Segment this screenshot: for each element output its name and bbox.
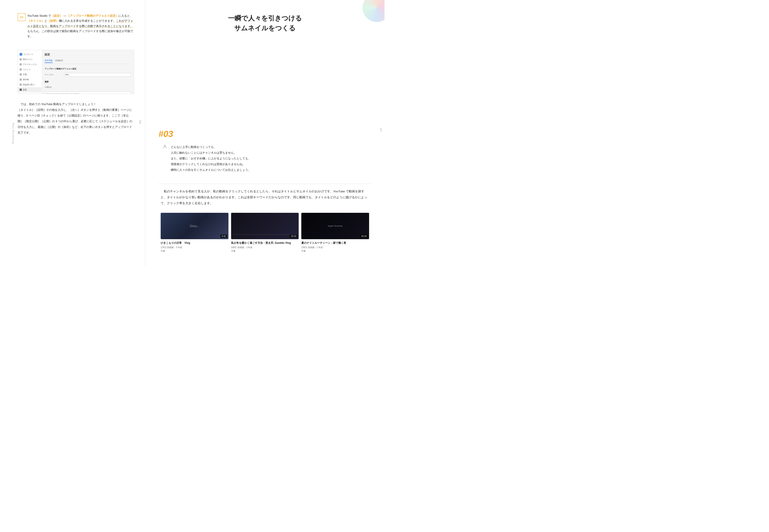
svg-point-0 (164, 145, 166, 147)
ss-playlist-label: 再生リスト (23, 58, 33, 61)
person-icon (163, 145, 167, 173)
ss-sidebar-comment: コメント (18, 67, 42, 72)
ss-analytics-icon (20, 63, 22, 66)
ss-tabs: 基本情報 詳細設定 (45, 59, 131, 64)
ss-sidebar-copyright: 著作権 (18, 77, 42, 82)
video-duration-1: 6:42 (221, 235, 227, 238)
right-page: 247 一瞬で人々を引きつける サムネイルをつくる #03 どんなに上手に動画を… (145, 0, 384, 266)
video-card-2: 10:10 私が冬を暖かく過ごす方法・焚き芥, Sueddu Vlog 108万… (231, 213, 299, 253)
video-card-3: Night Routine 10:16 夏のナイトルーティーン：家で働く夜 23… (301, 213, 369, 253)
video-title-1: ひきこもりの日常 Vlog (161, 241, 229, 245)
ss-sidebar-settings[interactable]: 設定 (18, 87, 42, 92)
ss-fields-title: 概要 (45, 80, 131, 83)
step-box: 04 YouTube Studio で［設定］ — ［アップロード動画のデフォル… (18, 13, 134, 41)
video-duration-2: 10:10 (290, 235, 297, 238)
video-title-3: 夏のナイトルーティーン：家で働く夜 (301, 241, 369, 245)
video-caption-2: 字幕 (231, 250, 236, 252)
video-meta-1: 178万 回視聴・3 年前 字幕 (161, 246, 229, 253)
ss-tab-advanced[interactable]: 詳細設定 (55, 59, 63, 63)
chapter-number: #03 (158, 129, 173, 139)
ss-sidebar-caption: 字幕 (18, 72, 42, 77)
ss-revenue-icon (20, 84, 22, 86)
ss-channel-row: チャンネル EMU (45, 73, 131, 77)
ss-contents-icon (20, 53, 22, 56)
ss-channel-label: チャンネル (45, 73, 62, 76)
video-views-3: 238万 回視聴・1 年前 (301, 246, 323, 249)
ss-feedback-label: フィードバックを送信 (23, 93, 40, 94)
ss-settings-label: 設定 (23, 88, 27, 91)
ss-sidebar-feedback: フィードバックを送信 (18, 92, 42, 94)
ss-settings-icon (20, 89, 22, 91)
page-number-247: 247 (380, 128, 382, 132)
ss-channel-value: EMU (65, 74, 69, 76)
left-body-text: では、初めての YouTube 動画をアップロードしましょう！ ［タイトル］［説… (18, 101, 134, 136)
youtube-studio-screenshot: コンテンツ 再生リスト アナリティクス コメント 字幕 著作権 (18, 50, 134, 94)
video-card-1: Diary... 6:42 ひきこもりの日常 Vlog 178万 回視聴・3 年… (161, 213, 229, 253)
video-duration-3: 10:16 (360, 235, 368, 238)
step-intro-text: YouTube Studio で［設定］ — ［アップロード動画のデフォルト設定… (27, 13, 134, 39)
video-row: Diary... 6:42 ひきこもりの日常 Vlog 178万 回視聴・3 年… (158, 213, 371, 253)
ss-sidebar-playlist: 再生リスト (18, 57, 42, 62)
ss-revenue-label: 収益受け取り (23, 83, 35, 86)
ss-visibility-label: 公開設定 (45, 86, 62, 88)
ss-caption-box: *Please turn on the caption in the video… (45, 91, 131, 94)
ss-copyright-label: 著作権 (23, 78, 29, 81)
right-body-text: 私のチャンネルを初めて見る人が、私の動画をクリックしてくれるとしたら、それはタイ… (158, 188, 371, 206)
ss-contents-label: コンテンツ (23, 53, 33, 56)
left-body-para2: ［タイトル］［説明］その他を入力し、［次へ］ボタンを押すと［動画の要素］ページに… (18, 107, 134, 136)
ss-sidebar-revenue: 収益受け取り (18, 82, 42, 87)
section-divider (158, 184, 371, 184)
chapter-badge: #03 (158, 129, 371, 139)
video-meta-2: 108万 回視聴・2 年前 字幕 (231, 246, 299, 253)
video-thumb-1-text: Diary... (190, 224, 199, 228)
video-caption-1: 字幕 (161, 250, 165, 252)
right-intro-text: どんなに上手に動画をつくっても、 人目に触れないことにはチャンネルは育ちません。… (171, 144, 251, 173)
ss-copyright-icon (20, 78, 22, 81)
ss-caption-label: 字幕 (23, 73, 27, 76)
ss-playlist-icon (20, 58, 22, 60)
ss-comment-icon (20, 68, 22, 71)
ss-section-title: アップロード動画のデフォルト設定 (45, 67, 131, 70)
right-main-title: 一瞬で人々を引きつける サムネイルをつくる (158, 13, 371, 33)
video-meta-3: 238万 回視聴・1 年前 字幕 (301, 246, 369, 253)
ss-comment-label: コメント (23, 68, 31, 71)
right-title-area: 一瞬で人々を引きつける サムネイルをつくる (158, 9, 371, 125)
video-title-2: 私が冬を暖かく過ごす方法・焚き芥, Sueddu Vlog (231, 241, 299, 245)
left-body-para1: では、初めての YouTube 動画をアップロードしましょう！ (18, 101, 134, 107)
video-thumb-3: Night Routine 10:16 (301, 213, 369, 239)
page-number-246: 246 (139, 120, 141, 124)
ss-sidebar-contents: コンテンツ (18, 52, 42, 57)
ss-channel-input[interactable]: EMU (64, 73, 131, 77)
video-thumb-1: Diary... 6:42 (161, 213, 229, 239)
video-views-2: 108万 回視聴・2 年前 (231, 246, 253, 249)
video-thumb-2: 10:10 (231, 213, 299, 239)
ss-main-title: 設定 (45, 53, 131, 56)
video-views-1: 178万 回視聴・3 年前 (161, 246, 182, 249)
right-title-line1: 一瞬で人々を引きつける (228, 15, 302, 22)
left-page: Releasing Vlog 04 YouTube Studio で［設定］ —… (0, 0, 145, 266)
ss-caption-text: *Please turn on the caption in the video… (46, 93, 130, 94)
ss-visibility-row: 公開設定 (45, 86, 131, 88)
thumb-2-desk (233, 234, 297, 235)
vertical-label: Releasing Vlog (12, 122, 14, 143)
step-number: 04 (18, 13, 26, 21)
ss-analytics-label: アナリティクス (23, 63, 37, 66)
ss-tab-basic[interactable]: 基本情報 (45, 59, 53, 63)
night-routine-text: Night Routine (328, 225, 343, 228)
video-caption-3: 字幕 (301, 250, 306, 252)
ss-sidebar: コンテンツ 再生リスト アナリティクス コメント 字幕 著作権 (18, 50, 42, 94)
ss-main: 設定 基本情報 詳細設定 アップロード動画のデフォルト設定 チャンネル EMU … (42, 50, 134, 94)
ss-sidebar-analytics: アナリティクス (18, 62, 42, 67)
right-intro: どんなに上手に動画をつくっても、 人目に触れないことにはチャンネルは育ちません。… (158, 144, 371, 173)
step-header: 04 YouTube Studio で［設定］ — ［アップロード動画のデフォル… (18, 13, 134, 39)
ss-caption-icon (20, 73, 22, 76)
video-thumb-3-text: Night Routine (328, 225, 343, 228)
right-title-line2: サムネイルをつくる (234, 24, 296, 32)
